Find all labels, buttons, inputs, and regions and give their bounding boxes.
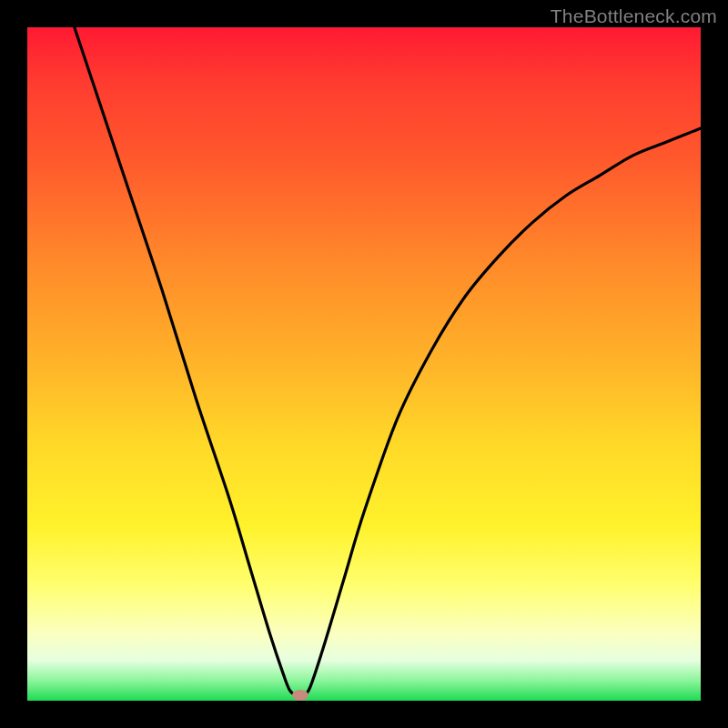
plot-area [27,27,701,701]
watermark-text: TheBottleneck.com [551,5,717,27]
chart-frame: TheBottleneck.com [0,0,728,728]
optimal-point-marker [292,690,308,701]
bottleneck-curve [27,27,701,701]
